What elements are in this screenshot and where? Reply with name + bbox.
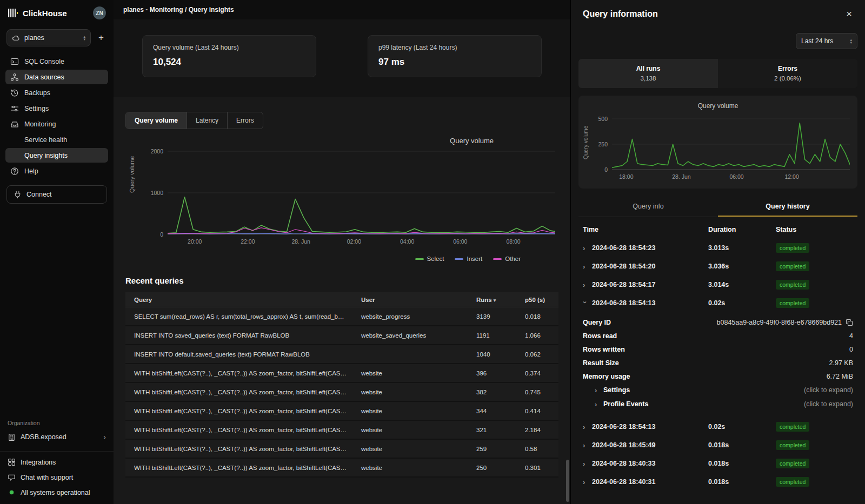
nav-item-label: Backups — [24, 89, 50, 97]
recent-query-row[interactable]: SELECT sum(read_rows) AS r, sum(total_ro… — [125, 307, 558, 326]
status-badge: completed — [776, 477, 809, 487]
query-history-row[interactable]: ›2024-06-28 18:54:13 0.02s completed — [578, 294, 857, 312]
mini-query-volume-chart: Query volume Query volume 0250500 18:002… — [578, 96, 857, 189]
recent-query-row[interactable]: INSERT INTO default.saved_queries (text)… — [125, 345, 558, 364]
connect-button[interactable]: Connect — [6, 185, 107, 204]
recent-query-row[interactable]: WITH bitShiftLeft(CAST(?..), _CAST(?..))… — [125, 440, 558, 459]
query-cell: WITH bitShiftLeft(CAST(?..), _CAST(?..))… — [125, 465, 352, 471]
mini-y-axis-label: Query volume — [583, 126, 589, 159]
footer-item-integrations[interactable]: Integrations — [8, 458, 106, 466]
p50-cell: 0.58 — [516, 446, 558, 452]
query-history: Time Duration Status ›2024-06-28 18:54:2… — [578, 219, 857, 491]
close-icon[interactable]: × — [846, 9, 852, 19]
service-selector[interactable]: planes ▴▾ — [6, 29, 91, 46]
column-status: Status — [776, 226, 853, 233]
query-history-row[interactable]: ›2024-06-28 18:40:33 0.018s completed — [578, 454, 857, 473]
column-runs[interactable]: Runs▾ — [468, 297, 516, 303]
sidebar-item-settings[interactable]: Settings — [5, 101, 108, 116]
sidebar-footer: Integrations Chat with support All syste… — [0, 451, 114, 504]
nav-item-label: Help — [24, 167, 38, 175]
summary-tab-all-runs[interactable]: All runs 3,138 — [578, 59, 718, 88]
sidebar-item-backups[interactable]: Backups — [5, 85, 108, 100]
query-history-row[interactable]: ›2024-06-28 18:40:31 0.018s completed — [578, 473, 857, 491]
time-range-select[interactable]: Last 24 hrs ▴▾ — [796, 33, 857, 49]
tab-errors[interactable]: Errors — [228, 112, 263, 129]
footer-item-chat-with-support[interactable]: Chat with support — [8, 473, 106, 481]
runs-cell: 1040 — [468, 351, 516, 358]
stat-value: 97 ms — [378, 57, 531, 68]
query-history-row[interactable]: ›2024-06-28 18:45:49 0.018s completed — [578, 436, 857, 454]
service-row: planes ▴▾ + — [0, 25, 114, 50]
tab-query-history[interactable]: Query history — [718, 197, 857, 217]
help-icon — [10, 167, 19, 176]
add-service-button[interactable]: + — [95, 32, 107, 43]
user-cell: website — [352, 446, 468, 452]
chevron-right-icon: › — [583, 244, 587, 252]
query-cell: WITH bitShiftLeft(CAST(?..), _CAST(?..))… — [125, 389, 352, 395]
query-history-row[interactable]: ›2024-06-28 18:54:17 3.014s completed — [578, 275, 857, 294]
organization-name: ADSB.exposed — [21, 433, 66, 441]
tab-query-volume[interactable]: Query volume — [126, 112, 187, 129]
detail-row-profile-events[interactable]: ›Profile Events (click to expand) — [583, 397, 853, 411]
query-history-row[interactable]: ›2024-06-28 18:54:13 0.02s completed — [578, 418, 857, 436]
legend-item-insert[interactable]: Insert — [455, 256, 482, 262]
run-duration: 0.018s — [708, 460, 776, 467]
brand-row: ClickHouse ZN — [0, 0, 114, 25]
detail-row-query-id: Query ID b0845aa9-a8c9-49f0-8f68-e678669… — [583, 315, 853, 329]
query-history-row[interactable]: ›2024-06-28 18:54:20 3.036s completed — [578, 257, 857, 275]
tab-latency[interactable]: Latency — [187, 112, 228, 129]
copy-icon[interactable] — [846, 319, 853, 326]
sidebar-item-help[interactable]: Help — [5, 164, 108, 178]
legend-item-other[interactable]: Other — [493, 256, 521, 262]
detail-label: Settings — [603, 386, 630, 394]
sidebar-item-service-health[interactable]: Service health — [5, 132, 108, 147]
recent-query-row[interactable]: WITH bitShiftLeft(CAST(?..), _CAST(?..))… — [125, 402, 558, 421]
content: Query volumeLatencyErrors Query volume Q… — [114, 97, 570, 478]
status-dot-icon — [8, 488, 16, 496]
query-history-row[interactable]: ›2024-06-28 18:54:23 3.013s completed — [578, 239, 857, 257]
detail-value: (click to expand) — [804, 400, 853, 408]
settings-icon — [10, 104, 19, 113]
integrations-icon — [8, 458, 16, 466]
legend-item-select[interactable]: Select — [415, 256, 444, 262]
runs-cell: 250 — [468, 465, 516, 471]
footer-item-all-systems-operational[interactable]: All systems operational — [8, 488, 106, 496]
footer-item-label: Integrations — [21, 459, 56, 466]
chevron-right-icon: › — [583, 281, 587, 289]
sort-caret-icon: ▾ — [494, 298, 496, 303]
range-row: Last 24 hrs ▴▾ — [578, 23, 857, 51]
runs-cell: 382 — [468, 389, 516, 395]
sidebar-item-data-sources[interactable]: Data sources — [5, 70, 108, 84]
tab-query-info[interactable]: Query info — [578, 197, 718, 217]
panel-header: Query information × — [578, 0, 857, 23]
chart-legend: Select Insert Other — [415, 256, 521, 262]
organization-item[interactable]: ADSB.exposed › — [8, 433, 106, 441]
summary-tab-label: Errors — [718, 65, 857, 72]
run-duration: 0.018s — [708, 441, 776, 449]
sidebar-item-query-insights[interactable]: Query insights — [5, 148, 108, 163]
status-badge: completed — [776, 459, 809, 468]
user-avatar[interactable]: ZN — [93, 6, 106, 19]
recent-query-row[interactable]: WITH bitShiftLeft(CAST(?..), _CAST(?..))… — [125, 364, 558, 383]
query-volume-chart: Query volume Query volume 010002000 20:0… — [125, 132, 558, 263]
legend-swatch — [455, 258, 463, 260]
chevron-right-icon: › — [583, 423, 587, 431]
detail-row-settings[interactable]: ›Settings (click to expand) — [583, 383, 853, 397]
recent-query-row[interactable]: WITH bitShiftLeft(CAST(?..), _CAST(?..))… — [125, 383, 558, 402]
query-cell: INSERT INTO saved_queries (text) FORMAT … — [125, 332, 352, 339]
backups-icon — [10, 89, 19, 97]
recent-query-row[interactable]: WITH bitShiftLeft(CAST(?..), _CAST(?..))… — [125, 421, 558, 440]
footer-item-label: All systems operational — [21, 489, 90, 496]
sidebar-item-monitoring[interactable]: Monitoring — [5, 117, 108, 131]
chart-canvas — [612, 116, 850, 170]
nav-item-label: SQL Console — [24, 58, 64, 65]
p50-cell: 0.301 — [516, 465, 558, 471]
scrollbar-thumb[interactable] — [566, 460, 569, 502]
legend-label: Other — [505, 256, 521, 262]
app: ClickHouse ZN planes ▴▾ + SQL Console Da… — [0, 0, 865, 504]
recent-query-row[interactable]: WITH bitShiftLeft(CAST(?..), _CAST(?..))… — [125, 459, 558, 478]
status-badge: completed — [776, 261, 809, 271]
summary-tab-errors[interactable]: Errors 2 (0.06%) — [718, 59, 857, 88]
recent-query-row[interactable]: INSERT INTO saved_queries (text) FORMAT … — [125, 326, 558, 345]
sidebar-item-sql-console[interactable]: SQL Console — [5, 54, 108, 69]
